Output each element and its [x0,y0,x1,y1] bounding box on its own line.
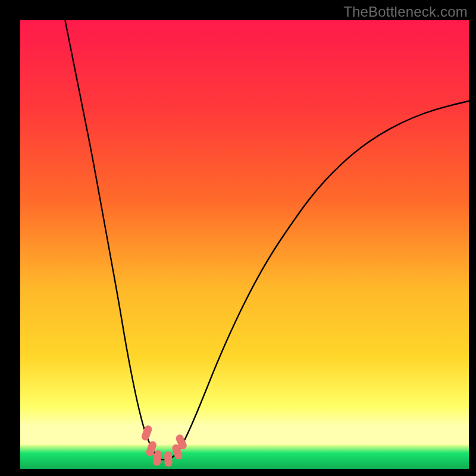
curve-marker [164,451,173,466]
chart-frame: TheBottleneck.com [0,0,476,476]
watermark-text: TheBottleneck.com [343,4,468,20]
pale-yellow-band [20,425,469,445]
chart-svg [20,20,469,469]
gradient-background [20,20,469,469]
